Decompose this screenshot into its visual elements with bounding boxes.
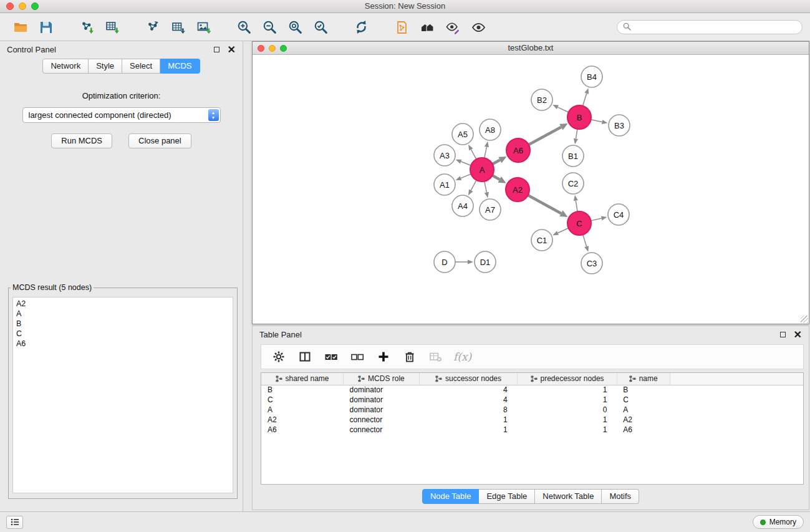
close-window-button[interactable] xyxy=(6,2,14,10)
search-box[interactable] xyxy=(617,20,803,34)
network-file-icon[interactable] xyxy=(389,16,415,39)
table-cell[interactable]: 1 xyxy=(518,395,617,405)
table-row[interactable]: Cdominator41C xyxy=(261,395,803,405)
mcds-result-item[interactable]: C xyxy=(16,329,229,339)
float-panel-icon[interactable] xyxy=(214,47,219,52)
import-network-icon[interactable] xyxy=(74,16,99,39)
select-all-icon[interactable] xyxy=(320,347,342,366)
table-cell[interactable]: B xyxy=(617,385,670,395)
delete-row-icon[interactable] xyxy=(398,347,420,366)
table-cell[interactable]: 8 xyxy=(419,405,518,415)
graph-edge-B-B2[interactable] xyxy=(557,107,568,112)
network-zoom-button[interactable] xyxy=(280,45,287,52)
zoom-out-icon[interactable] xyxy=(257,16,282,39)
close-panel-icon[interactable]: ✕ xyxy=(228,45,236,55)
graph-edge-A-A7[interactable] xyxy=(485,181,487,193)
memory-button[interactable]: Memory xyxy=(753,515,804,529)
graph-edge-A-A3[interactable] xyxy=(461,162,471,165)
float-table-panel-icon[interactable] xyxy=(780,332,786,337)
save-icon[interactable] xyxy=(33,16,59,39)
gear-icon[interactable] xyxy=(268,347,289,366)
graph-edge-B-B4[interactable] xyxy=(583,94,587,106)
table-cell[interactable]: A xyxy=(261,405,344,415)
table-cell[interactable]: dominator xyxy=(344,395,420,405)
graph-edge-B-B3[interactable] xyxy=(591,120,602,122)
home-icon[interactable] xyxy=(415,16,440,39)
mcds-result-item[interactable]: A xyxy=(16,309,229,319)
tab-node-table[interactable]: Node Table xyxy=(422,489,480,504)
tab-network[interactable]: Network xyxy=(42,59,89,74)
table-cell[interactable]: connector xyxy=(344,425,420,435)
export-network-icon[interactable] xyxy=(140,16,165,39)
export-image-icon[interactable] xyxy=(191,16,216,39)
table-cell[interactable]: B xyxy=(261,385,344,395)
minimize-window-button[interactable] xyxy=(19,2,26,10)
graph-edge-A-A2[interactable] xyxy=(493,175,500,180)
table-cell[interactable]: 1 xyxy=(419,425,518,435)
table-cell[interactable]: A2 xyxy=(261,415,344,425)
search-input[interactable] xyxy=(634,22,796,32)
table-cell[interactable]: C xyxy=(617,395,670,405)
graph-edge-A-A5[interactable] xyxy=(471,150,476,160)
network-minimize-button[interactable] xyxy=(269,45,276,52)
tab-mcds[interactable]: MCDS xyxy=(160,59,200,74)
add-row-icon[interactable] xyxy=(372,347,394,366)
tab-motifs[interactable]: Motifs xyxy=(602,489,639,504)
column-header-shared-name[interactable]: shared name xyxy=(261,373,344,385)
table-cell[interactable]: A6 xyxy=(261,425,344,435)
table-cell[interactable]: A6 xyxy=(617,425,670,435)
graph-edge-C-C4[interactable] xyxy=(591,218,602,221)
network-graph[interactable]: B4B2BB3A5A8A6B1A3AC2A1A2A4A7C4CC1C3DD1 xyxy=(253,55,809,324)
deselect-all-icon[interactable] xyxy=(346,347,368,366)
show-details-icon[interactable] xyxy=(466,16,491,39)
zoom-in-icon[interactable] xyxy=(231,16,257,39)
open-icon[interactable] xyxy=(7,16,33,39)
mcds-result-list[interactable]: A2ABCA6 xyxy=(12,297,233,493)
import-table-icon[interactable] xyxy=(99,16,125,39)
table-cell[interactable]: 1 xyxy=(518,385,617,395)
column-header-successor-nodes[interactable]: successor nodes xyxy=(419,373,518,385)
graphics-details-icon[interactable] xyxy=(440,16,466,39)
node-table-container[interactable]: shared nameMCDS rolesuccessor nodesprede… xyxy=(261,372,804,485)
table-row[interactable]: Bdominator41B xyxy=(261,385,803,395)
table-cell[interactable]: C xyxy=(261,395,344,405)
column-header-predecessor-nodes[interactable]: predecessor nodes xyxy=(518,373,617,385)
zoom-window-button[interactable] xyxy=(31,2,39,10)
graph-edge-C-C1[interactable] xyxy=(558,228,569,233)
table-cell[interactable]: A2 xyxy=(617,415,670,425)
mcds-result-item[interactable]: B xyxy=(16,319,229,329)
panel-menu-button[interactable] xyxy=(6,516,23,529)
table-row[interactable]: A2connector11A2 xyxy=(261,415,803,425)
zoom-selected-icon[interactable] xyxy=(308,16,334,39)
graph-edge-C-C3[interactable] xyxy=(583,235,587,246)
graph-edge-A-A1[interactable] xyxy=(461,174,471,178)
function-builder-icon[interactable]: f(x) xyxy=(451,351,471,363)
table-cell[interactable]: A xyxy=(617,405,670,415)
graph-edge-A2-C[interactable] xyxy=(528,195,561,213)
table-cell[interactable]: 0 xyxy=(518,405,617,415)
tab-style[interactable]: Style xyxy=(89,59,122,74)
graph-edge-A-A8[interactable] xyxy=(485,147,487,158)
mcds-result-item[interactable]: A2 xyxy=(16,299,229,309)
column-header-name[interactable]: name xyxy=(617,373,670,385)
mcds-result-item[interactable]: A6 xyxy=(16,339,229,349)
table-cell[interactable]: dominator xyxy=(344,385,420,395)
run-mcds-button[interactable]: Run MCDS xyxy=(51,133,112,148)
table-cell[interactable]: 1 xyxy=(419,415,518,425)
graph-edge-A6-B[interactable] xyxy=(529,127,561,145)
table-cell[interactable]: 1 xyxy=(518,415,617,425)
table-row[interactable]: Adominator80A xyxy=(261,405,803,415)
graph-edge-B-B1[interactable] xyxy=(576,129,577,139)
network-close-button[interactable] xyxy=(258,45,264,52)
tab-select[interactable]: Select xyxy=(122,59,160,74)
close-table-panel-icon[interactable]: ✕ xyxy=(794,330,802,340)
table-cell[interactable]: dominator xyxy=(344,405,420,415)
column-header-MCDS-role[interactable]: MCDS role xyxy=(344,373,420,385)
network-window-titlebar[interactable]: testGlobe.txt xyxy=(253,42,809,55)
graph-edge-A-A4[interactable] xyxy=(471,180,476,191)
close-panel-button[interactable]: Close panel xyxy=(128,133,191,148)
tab-edge-table[interactable]: Edge Table xyxy=(479,489,535,504)
graph-edge-C-C2[interactable] xyxy=(576,201,577,212)
table-row[interactable]: A6connector11A6 xyxy=(261,425,803,435)
resize-grip-icon[interactable] xyxy=(801,316,808,323)
